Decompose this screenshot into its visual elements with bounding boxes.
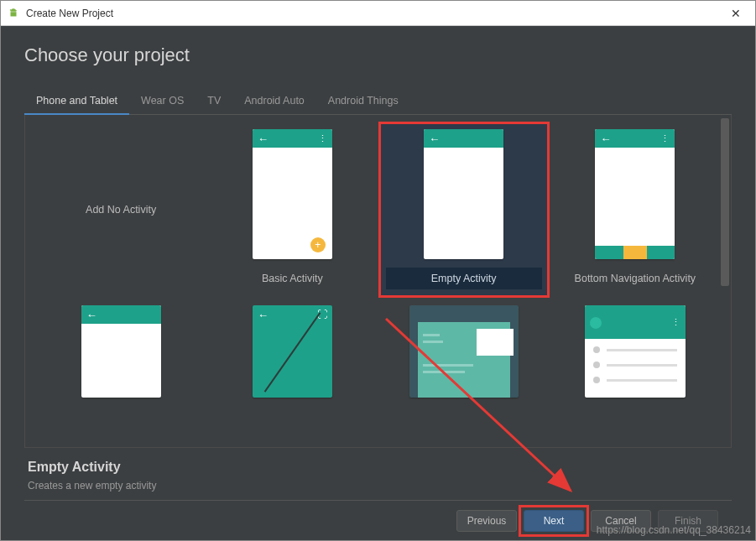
thumbnail: ⋮ xyxy=(585,305,686,398)
back-arrow-icon: ← xyxy=(258,309,269,321)
template-row2-1[interactable]: ← xyxy=(35,298,206,405)
thumbnail xyxy=(409,305,519,398)
template-detail: Empty Activity Creates a new empty activ… xyxy=(24,448,732,500)
tab-phone-tablet[interactable]: Phone and Tablet xyxy=(24,88,129,115)
window-title: Create New Project xyxy=(26,8,723,19)
android-logo-icon xyxy=(8,8,19,19)
more-icon: ⋮ xyxy=(318,133,327,144)
tab-tv[interactable]: TV xyxy=(196,88,232,114)
tab-android-auto[interactable]: Android Auto xyxy=(232,88,316,114)
previous-button[interactable]: Previous xyxy=(456,510,517,532)
back-arrow-icon: ← xyxy=(600,133,611,145)
detail-description: Creates a new empty activity xyxy=(28,480,728,492)
more-icon: ⋮ xyxy=(671,317,680,328)
footer: Previous Next Cancel Finish xyxy=(24,500,732,540)
back-arrow-icon: ← xyxy=(429,133,440,145)
back-arrow-icon: ← xyxy=(86,309,97,321)
template-grid-wrapper: Add No Activity ←⋮ + Basic Activity ← Em… xyxy=(24,115,732,448)
back-arrow-icon: ← xyxy=(258,133,269,145)
template-row2-4[interactable]: ⋮ xyxy=(550,298,721,405)
next-button[interactable]: Next xyxy=(524,510,584,532)
template-row2-3[interactable] xyxy=(378,298,550,405)
template-label: Empty Activity xyxy=(386,268,542,289)
page-heading: Choose your project xyxy=(24,44,732,66)
thumbnail: ←⋮ xyxy=(595,129,675,259)
thumbnail: ← xyxy=(424,129,503,259)
fab-icon: + xyxy=(310,237,326,252)
template-bottom-navigation[interactable]: ←⋮ Bottom Navigation Activity xyxy=(550,122,721,298)
finish-button[interactable]: Finish xyxy=(658,510,718,532)
template-label: Basic Activity xyxy=(214,268,370,289)
template-label: Add No Activity xyxy=(43,199,199,221)
avatar-icon xyxy=(590,317,602,329)
more-icon: ⋮ xyxy=(660,133,670,144)
thumbnail: ← ⛶ xyxy=(253,305,332,398)
template-empty-activity[interactable]: ← Empty Activity xyxy=(378,122,550,298)
titlebar: Create New Project ✕ xyxy=(1,1,755,26)
scrollbar[interactable] xyxy=(721,118,729,286)
close-icon[interactable]: ✕ xyxy=(723,7,748,20)
template-basic-activity[interactable]: ←⋮ + Basic Activity xyxy=(206,122,378,298)
template-grid: Add No Activity ←⋮ + Basic Activity ← Em… xyxy=(25,115,731,405)
cancel-button[interactable]: Cancel xyxy=(591,510,651,532)
thumbnail: ←⋮ + xyxy=(253,129,332,259)
tab-android-things[interactable]: Android Things xyxy=(316,88,410,114)
tabs: Phone and Tablet Wear OS TV Android Auto… xyxy=(24,88,732,115)
tab-wear-os[interactable]: Wear OS xyxy=(129,88,196,114)
dialog-window: Create New Project ✕ Choose your project… xyxy=(0,0,756,541)
detail-title: Empty Activity xyxy=(28,460,728,475)
template-add-no-activity[interactable]: Add No Activity xyxy=(35,122,206,298)
template-label: Bottom Navigation Activity xyxy=(557,268,713,289)
template-row2-2[interactable]: ← ⛶ xyxy=(206,298,378,405)
thumbnail: ← xyxy=(81,305,161,398)
content-area: Choose your project Phone and Tablet Wea… xyxy=(1,26,755,540)
